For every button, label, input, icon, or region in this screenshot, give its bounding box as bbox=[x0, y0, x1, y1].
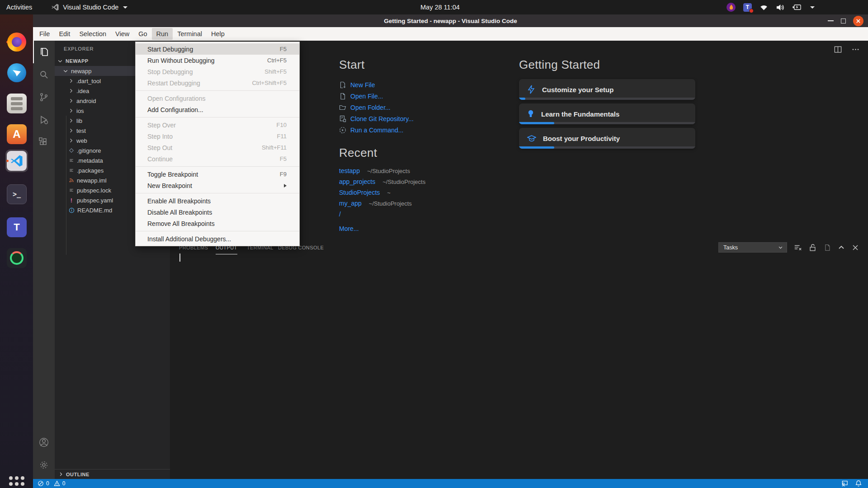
dock-item-files[interactable] bbox=[5, 92, 28, 115]
chevron-right-icon bbox=[68, 108, 74, 113]
dock-item-ubuntu-software[interactable]: A bbox=[5, 123, 28, 145]
yaml-file-icon: ! bbox=[69, 197, 74, 204]
console-cursor[interactable] bbox=[179, 253, 180, 262]
tasks-dropdown[interactable]: Tasks bbox=[718, 242, 787, 253]
vscode-icon bbox=[7, 151, 27, 171]
unlock-icon[interactable] bbox=[809, 244, 816, 252]
error-count: 0 bbox=[46, 480, 49, 487]
teams-indicator-icon[interactable]: T bbox=[743, 3, 752, 12]
chevron-down-icon[interactable] bbox=[810, 6, 815, 9]
chevron-right-icon bbox=[68, 118, 74, 123]
progress-track bbox=[519, 122, 695, 124]
chevron-right-icon bbox=[58, 472, 63, 477]
run-debug-icon bbox=[38, 114, 49, 125]
new-file-link[interactable]: New File bbox=[339, 79, 506, 90]
activities-button[interactable]: Activities bbox=[0, 0, 38, 14]
menu-item-toggle-breakpoint[interactable]: Toggle BreakpointF9 bbox=[136, 169, 299, 180]
walkthrough-card-learn-fundamentals[interactable]: Learn the Fundamentals bbox=[519, 103, 695, 124]
text-file-icon bbox=[69, 158, 74, 163]
chevron-down-icon bbox=[63, 68, 68, 74]
open-folder-link[interactable]: Open Folder... bbox=[339, 102, 506, 113]
recent-heading: Recent bbox=[339, 146, 506, 160]
panel-controls: Tasks bbox=[718, 242, 859, 253]
walkthrough-card-boost-productivity[interactable]: Boost your Productivity bbox=[519, 128, 695, 149]
bell-icon[interactable] bbox=[855, 480, 862, 487]
menu-edit[interactable]: Edit bbox=[54, 28, 75, 40]
minimize-button[interactable] bbox=[828, 20, 834, 21]
problems-status[interactable]: 0 0 bbox=[33, 480, 65, 487]
dock-item-thunderbird[interactable] bbox=[5, 61, 28, 84]
menu-help[interactable]: Help bbox=[207, 28, 229, 40]
app-menu-button[interactable]: Visual Studio Code bbox=[51, 3, 127, 11]
feedback-icon[interactable] bbox=[840, 480, 848, 487]
outline-section-header[interactable]: OUTLINE bbox=[55, 469, 170, 479]
dock-item-android-studio[interactable] bbox=[5, 247, 28, 269]
menu-item-stop-debugging: Stop DebuggingShift+F5 bbox=[136, 66, 299, 77]
source-control-icon bbox=[38, 92, 49, 103]
open-file-link[interactable]: Open File... bbox=[339, 90, 506, 102]
activity-extensions[interactable] bbox=[33, 131, 55, 154]
dock-item-terminal[interactable]: >_ bbox=[5, 183, 28, 206]
menu-item-remove-all-breakpoints[interactable]: Remove All Breakpoints bbox=[136, 218, 299, 229]
clock-button[interactable]: May 28 11:04 bbox=[420, 0, 460, 14]
app-indicator-icon[interactable] bbox=[726, 3, 736, 12]
more-actions-icon[interactable] bbox=[851, 45, 860, 54]
dock-item-firefox[interactable] bbox=[5, 31, 28, 53]
activity-run-debug[interactable] bbox=[33, 108, 55, 131]
recent-item[interactable]: testapp~/StudioProjects bbox=[339, 167, 506, 178]
run-a-command-link[interactable]: Run a Command... bbox=[339, 124, 506, 136]
show-applications-button[interactable] bbox=[5, 473, 28, 488]
menu-item-disable-all-breakpoints[interactable]: Disable All Breakpoints bbox=[136, 206, 299, 218]
wifi-icon[interactable] bbox=[760, 4, 768, 11]
recent-item[interactable]: / bbox=[339, 211, 506, 221]
dock-item-teams[interactable]: T bbox=[5, 216, 28, 239]
clear-output-icon[interactable] bbox=[794, 244, 802, 252]
settings-button[interactable] bbox=[33, 454, 55, 476]
menu-view[interactable]: View bbox=[111, 28, 134, 40]
gear-icon bbox=[38, 460, 49, 470]
recent-item[interactable]: app_projects~/StudioProjects bbox=[339, 178, 506, 189]
volume-icon[interactable] bbox=[776, 4, 784, 11]
activity-explorer[interactable] bbox=[33, 41, 55, 63]
menu-item-new-breakpoint[interactable]: New Breakpoint bbox=[136, 180, 299, 191]
clone-git-repository-link[interactable]: Clone Git Repository... bbox=[339, 113, 506, 124]
firefox-icon bbox=[7, 33, 26, 52]
split-editor-icon[interactable] bbox=[834, 45, 842, 54]
menu-selection[interactable]: Selection bbox=[75, 28, 111, 40]
terminal-icon: >_ bbox=[7, 184, 27, 204]
walkthrough-card-customize-setup[interactable]: Customize your Setup bbox=[519, 79, 695, 100]
recent-item[interactable]: my_app~/StudioProjects bbox=[339, 200, 506, 211]
menu-item-start-debugging[interactable]: Start DebuggingF5 bbox=[136, 43, 299, 55]
vscode-logo-icon bbox=[51, 3, 59, 11]
files-icon bbox=[39, 47, 50, 57]
restore-button[interactable] bbox=[841, 19, 846, 23]
menu-run[interactable]: Run bbox=[152, 28, 173, 40]
getting-started-heading: Getting Started bbox=[519, 58, 700, 72]
menu-terminal[interactable]: Terminal bbox=[173, 28, 207, 40]
system-tray[interactable]: T bbox=[726, 0, 815, 14]
close-button[interactable] bbox=[853, 16, 863, 26]
menu-item-run-without-debugging[interactable]: Run Without DebuggingCtrl+F5 bbox=[136, 55, 299, 66]
close-panel-icon[interactable] bbox=[852, 244, 859, 251]
text-file-icon bbox=[69, 188, 74, 193]
menu-item-add-configuration[interactable]: Add Configuration... bbox=[136, 104, 299, 115]
menu-item-install-additional-debuggers[interactable]: Install Additional Debuggers... bbox=[136, 233, 299, 244]
file-icon bbox=[339, 93, 346, 100]
android-studio-icon bbox=[7, 248, 27, 268]
warning-count: 0 bbox=[62, 480, 66, 487]
title-bar[interactable]: Getting Started - newapp - Visual Studio… bbox=[33, 14, 868, 27]
menu-go[interactable]: Go bbox=[134, 28, 151, 40]
menu-file[interactable]: File bbox=[35, 28, 54, 40]
activity-source-control[interactable] bbox=[33, 86, 55, 108]
battery-icon[interactable] bbox=[792, 4, 802, 10]
move-panel-icon[interactable] bbox=[823, 244, 831, 252]
dock-item-vscode[interactable] bbox=[5, 150, 28, 172]
recent-more-link[interactable]: More... bbox=[339, 225, 506, 232]
menu-item-enable-all-breakpoints[interactable]: Enable All Breakpoints bbox=[136, 195, 299, 206]
progress-fill bbox=[519, 146, 554, 149]
progress-fill bbox=[519, 122, 554, 124]
maximize-panel-icon[interactable] bbox=[838, 244, 845, 251]
accounts-button[interactable] bbox=[33, 431, 55, 454]
recent-item[interactable]: StudioProjects~ bbox=[339, 189, 506, 200]
activity-search[interactable] bbox=[33, 63, 55, 86]
